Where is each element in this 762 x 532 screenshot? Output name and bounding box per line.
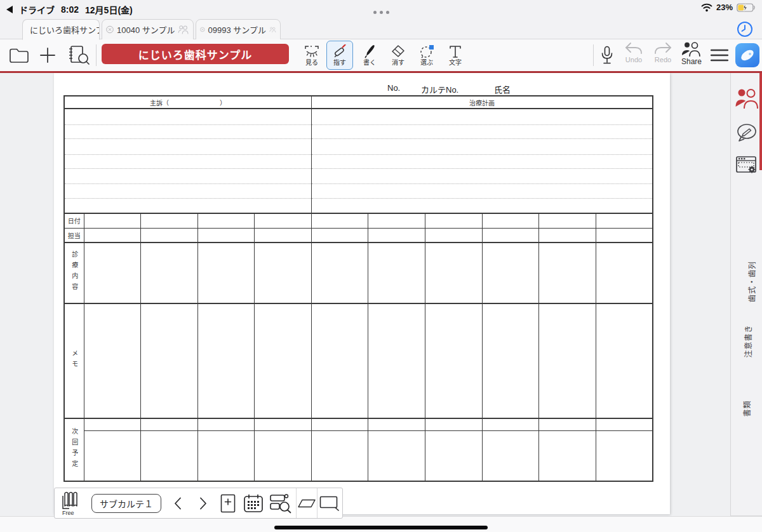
tool-text-button[interactable]: 文字: [442, 41, 469, 70]
sidebar-tab-new-toolbox[interactable]: 新規ツールボックス: [731, 482, 762, 494]
spacer-cell[interactable]: [482, 418, 539, 430]
tab-close-icon[interactable]: [200, 25, 205, 34]
subkarte-button[interactable]: サブカルテ１: [91, 494, 161, 513]
spacer-cell[interactable]: [141, 418, 198, 430]
microphone-button[interactable]: [598, 39, 616, 71]
redo-button[interactable]: Redo: [648, 42, 678, 63]
memo-cell[interactable]: [311, 303, 368, 418]
tab-10040-sample[interactable]: 10040 サンプル: [102, 19, 194, 40]
canvas-area[interactable]: No. カルテNo. 氏名 主訴（ ） 治療計画: [0, 73, 730, 516]
sidebar-tab-dental-chart[interactable]: 歯式・歯列: [731, 276, 762, 288]
date-cell[interactable]: [84, 213, 141, 228]
treatment-cell[interactable]: [197, 243, 255, 303]
tool-view-button[interactable]: 見る: [298, 41, 325, 70]
home-indicator[interactable]: [274, 526, 488, 529]
date-cell[interactable]: [141, 213, 198, 228]
next-visit-cell[interactable]: [311, 430, 368, 481]
prev-page-button[interactable]: [165, 497, 190, 510]
memo-cell[interactable]: [539, 303, 596, 418]
staff-cell[interactable]: [539, 228, 596, 243]
note-search-button[interactable]: [65, 39, 93, 71]
staff-cell[interactable]: [425, 228, 483, 243]
document-page[interactable]: No. カルテNo. 氏名 主訴（ ） 治療計画: [54, 73, 670, 514]
treatment-cell[interactable]: [596, 243, 653, 303]
date-cell[interactable]: [482, 213, 539, 228]
tag-search-button[interactable]: [267, 493, 296, 514]
spacer-cell[interactable]: [255, 418, 312, 430]
staff-cell[interactable]: [255, 228, 312, 243]
spacer-cell[interactable]: [197, 418, 255, 430]
date-cell[interactable]: [368, 213, 425, 228]
document-title-button[interactable]: にじいろ歯科サンプル: [102, 44, 289, 64]
sidebar-tab-notes[interactable]: 注意書き: [731, 336, 762, 347]
memo-cell[interactable]: [255, 303, 312, 418]
tab-label[interactable]: 09993 サンプル: [208, 23, 266, 36]
folder-button[interactable]: [8, 39, 30, 71]
next-visit-cell[interactable]: [141, 430, 198, 481]
treatment-cell[interactable]: [368, 243, 425, 303]
spacer-cell[interactable]: [368, 418, 425, 430]
memo-cell[interactable]: [141, 303, 198, 418]
add-page-button[interactable]: [216, 494, 240, 513]
staff-cell[interactable]: [84, 228, 141, 243]
date-cell[interactable]: [596, 213, 653, 228]
app-launcher-icon[interactable]: [735, 43, 759, 67]
treatment-cell[interactable]: [141, 243, 198, 303]
treatment-cell[interactable]: [425, 243, 483, 303]
next-visit-cell[interactable]: [539, 430, 596, 481]
date-cell[interactable]: [197, 213, 255, 228]
treatment-cell[interactable]: [311, 243, 368, 303]
spacer-cell[interactable]: [539, 418, 596, 430]
tab-close-icon[interactable]: [106, 25, 114, 34]
share-button[interactable]: Share: [677, 42, 706, 65]
spacer-cell[interactable]: [84, 418, 141, 430]
staff-cell[interactable]: [368, 228, 425, 243]
toolbox-window-button[interactable]: [731, 154, 762, 175]
tool-write-button[interactable]: 書く: [356, 41, 383, 70]
tool-point-button[interactable]: 指す: [326, 41, 353, 70]
menu-button[interactable]: [710, 39, 729, 71]
memo-cell[interactable]: [425, 303, 483, 418]
undo-button[interactable]: Undo: [619, 42, 648, 63]
chief-complaint-area[interactable]: [64, 109, 311, 213]
treatment-plan-area[interactable]: [311, 109, 653, 213]
next-visit-cell[interactable]: [482, 430, 539, 481]
next-visit-cell[interactable]: [368, 430, 425, 481]
tool-select-button[interactable]: 選ぶ: [413, 41, 440, 70]
tab-nijiiro-sample[interactable]: にじいろ歯科サンプル: [22, 19, 100, 40]
next-visit-cell[interactable]: [197, 430, 255, 481]
treatment-cell[interactable]: [255, 243, 312, 303]
staff-cell[interactable]: [197, 228, 255, 243]
annotation-button[interactable]: [731, 123, 762, 143]
treatment-cell[interactable]: [482, 243, 539, 303]
patients-button[interactable]: [731, 88, 762, 109]
staff-cell[interactable]: [482, 228, 539, 243]
free-book-button[interactable]: Free: [60, 491, 88, 516]
treatment-cell[interactable]: [84, 243, 141, 303]
tab-label[interactable]: 10040 サンプル: [117, 23, 175, 36]
next-visit-cell[interactable]: [84, 430, 141, 481]
multitask-dots-icon[interactable]: [0, 5, 762, 17]
next-visit-cell[interactable]: [596, 430, 653, 481]
memo-cell[interactable]: [197, 303, 255, 418]
memo-cell[interactable]: [596, 303, 653, 418]
staff-cell[interactable]: [141, 228, 198, 243]
add-button[interactable]: [37, 39, 58, 71]
spacer-cell[interactable]: [311, 418, 368, 430]
tab-label[interactable]: にじいろ歯科サンプル: [30, 23, 100, 36]
next-visit-cell[interactable]: [255, 430, 312, 481]
date-cell[interactable]: [539, 213, 596, 228]
spacer-cell[interactable]: [425, 418, 483, 430]
next-visit-cell[interactable]: [425, 430, 483, 481]
rectangle-tool-button[interactable]: [319, 496, 340, 511]
memo-cell[interactable]: [84, 303, 141, 418]
treatment-cell[interactable]: [539, 243, 596, 303]
calendar-button[interactable]: [240, 494, 267, 513]
memo-cell[interactable]: [368, 303, 425, 418]
spacer-cell[interactable]: [596, 418, 653, 430]
history-clock-icon[interactable]: [737, 21, 753, 37]
tool-erase-button[interactable]: 消す: [385, 41, 411, 70]
date-cell[interactable]: [311, 213, 368, 228]
memo-cell[interactable]: [482, 303, 539, 418]
scroll-indicator[interactable]: [759, 73, 762, 170]
